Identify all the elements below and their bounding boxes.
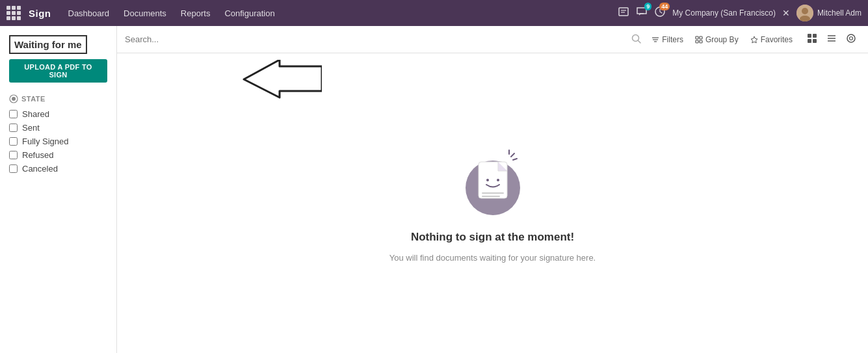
main-content: Filters Group By Favorites <box>117 26 868 353</box>
svg-point-5 <box>802 8 808 14</box>
filter-sent[interactable]: Sent <box>9 121 107 135</box>
upload-pdf-button[interactable]: UPLOAD A PDF TO SIGN <box>9 59 107 83</box>
filter-shared-checkbox[interactable] <box>9 110 18 118</box>
svg-marker-21 <box>751 36 757 43</box>
state-filter-section: STATE Shared Sent Fully Signed Refused C… <box>0 88 116 178</box>
sidebar: Waiting for me UPLOAD A PDF TO SIGN STAT… <box>0 26 117 353</box>
list-view-button[interactable] <box>822 31 841 47</box>
discuss-badge: 9 <box>644 3 651 10</box>
svg-rect-19 <box>696 40 698 43</box>
view-buttons <box>803 31 860 47</box>
search-input-wrap <box>125 33 626 46</box>
brand-name[interactable]: Sign <box>29 8 51 19</box>
svg-rect-17 <box>696 36 698 39</box>
user-name: Mitchell Adm <box>817 8 861 18</box>
topbar: Sign Dashboard Documents Reports Configu… <box>0 0 868 26</box>
svg-point-36 <box>497 179 499 181</box>
search-icon[interactable] <box>631 34 641 46</box>
svg-point-35 <box>486 179 489 181</box>
svg-rect-23 <box>813 34 817 38</box>
filter-icon <box>651 36 659 44</box>
list-icon <box>826 33 837 44</box>
close-icon[interactable]: ✕ <box>782 8 790 18</box>
user-avatar <box>796 5 813 21</box>
filter-canceled[interactable]: Canceled <box>9 162 107 176</box>
svg-point-8 <box>12 97 16 101</box>
filter-fully-signed-checkbox[interactable] <box>9 137 18 146</box>
filters-button[interactable]: Filters <box>646 33 689 46</box>
svg-line-13 <box>638 40 641 43</box>
nav-configuration[interactable]: Configuration <box>218 6 281 21</box>
toolbar: Filters Group By Favorites <box>646 33 798 46</box>
svg-rect-24 <box>808 39 811 43</box>
page-title: Waiting for me <box>9 35 87 54</box>
svg-line-40 <box>513 159 517 160</box>
svg-rect-25 <box>813 39 817 43</box>
svg-rect-18 <box>700 36 702 39</box>
kanban-icon <box>807 33 817 44</box>
state-icon <box>9 94 18 103</box>
empty-illustration <box>454 144 532 222</box>
filter-canceled-checkbox[interactable] <box>9 164 18 173</box>
search-input[interactable] <box>125 33 626 46</box>
discuss-icon[interactable]: 9 <box>636 6 648 20</box>
svg-line-39 <box>511 153 514 157</box>
topbar-right: 9 44 My Company (San Francisco) ✕ Mitche… <box>618 5 861 21</box>
main-layout: Waiting for me UPLOAD A PDF TO SIGN STAT… <box>0 26 868 353</box>
nav-dashboard[interactable]: Dashboard <box>62 6 116 21</box>
apps-menu[interactable] <box>7 6 21 20</box>
searchbar: Filters Group By Favorites <box>117 26 868 53</box>
svg-point-30 <box>850 37 853 40</box>
groupby-button[interactable]: Group By <box>690 33 744 46</box>
user-menu[interactable]: Mitchell Adm <box>796 5 861 21</box>
state-section-header: STATE <box>9 94 107 103</box>
svg-rect-20 <box>700 40 702 43</box>
empty-state: Nothing to sign at the moment! You will … <box>117 53 868 353</box>
clock-icon[interactable]: 44 <box>654 6 666 20</box>
clock-badge: 44 <box>659 3 670 10</box>
svg-rect-22 <box>808 34 811 38</box>
top-nav: Dashboard Documents Reports Configuratio… <box>62 6 614 21</box>
svg-rect-0 <box>619 8 628 16</box>
groupby-icon <box>695 36 703 44</box>
nav-documents[interactable]: Documents <box>117 6 173 21</box>
settings-view-button[interactable] <box>842 31 860 47</box>
filter-shared[interactable]: Shared <box>9 107 107 121</box>
sidebar-header: Waiting for me UPLOAD A PDF TO SIGN <box>0 33 116 88</box>
empty-title: Nothing to sign at the moment! <box>411 231 574 244</box>
svg-point-29 <box>847 34 855 42</box>
settings-icon <box>846 33 856 44</box>
company-name[interactable]: My Company (San Francisco) <box>672 8 776 18</box>
filter-sent-checkbox[interactable] <box>9 124 18 132</box>
nav-reports[interactable]: Reports <box>174 6 217 21</box>
star-icon <box>750 36 758 44</box>
filter-refused-checkbox[interactable] <box>9 151 18 159</box>
empty-subtitle: You will find documents waiting for your… <box>389 253 596 263</box>
filter-refused[interactable]: Refused <box>9 148 107 162</box>
filter-fully-signed[interactable]: Fully Signed <box>9 135 107 148</box>
favorites-button[interactable]: Favorites <box>745 33 798 46</box>
activity-icon[interactable] <box>618 6 629 20</box>
kanban-view-button[interactable] <box>803 31 821 47</box>
